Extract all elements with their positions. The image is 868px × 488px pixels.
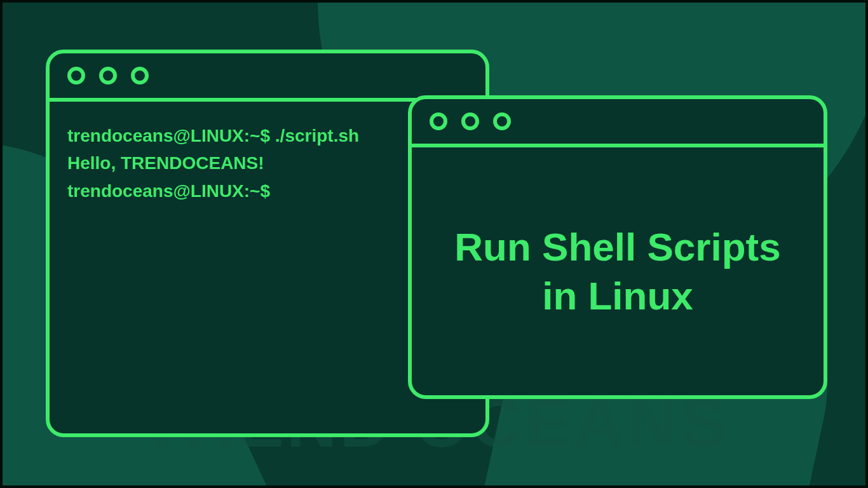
window-control-icon — [67, 67, 85, 85]
title-card-window: Run Shell Scripts in Linux — [408, 95, 827, 399]
window-control-icon — [99, 67, 117, 85]
window-control-icon — [461, 112, 479, 130]
card-heading: Run Shell Scripts in Linux — [437, 222, 798, 321]
card-body: Run Shell Scripts in Linux — [412, 147, 824, 395]
window-control-icon — [493, 112, 511, 130]
window-control-icon — [131, 67, 149, 85]
terminal-titlebar — [50, 53, 485, 102]
window-control-icon — [430, 112, 447, 130]
card-titlebar — [412, 99, 824, 147]
